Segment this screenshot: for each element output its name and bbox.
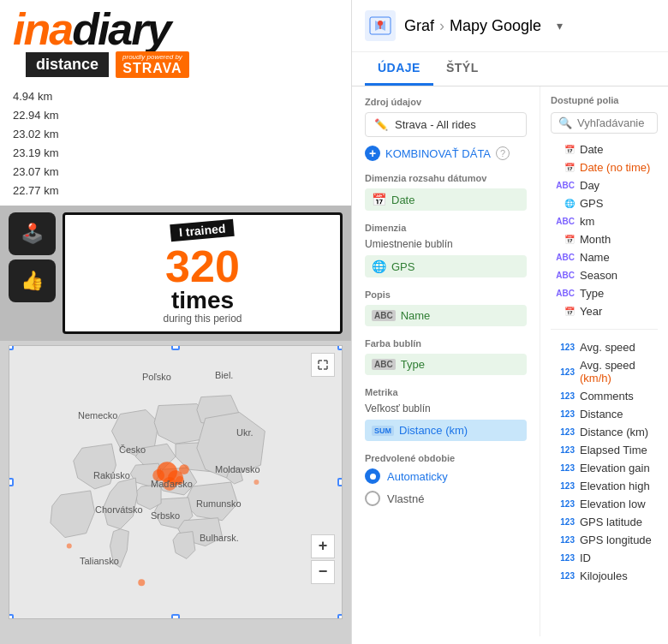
map-area[interactable]: Poľsko Biel. Nemecko Ukr. Česko Moldavsk… bbox=[9, 345, 343, 619]
field-type-num: 123 bbox=[551, 343, 575, 352]
distance-item: 23.02 km bbox=[13, 125, 338, 144]
field-row-avg-speed[interactable]: 123 Avg. speed bbox=[551, 338, 658, 356]
sum-icon: SUM bbox=[372, 426, 394, 436]
custom-option[interactable]: Vlastné bbox=[365, 491, 527, 506]
field-name-gps-lon: GPS longitude bbox=[580, 534, 652, 546]
field-row-gps-lat[interactable]: 123 GPS latitude bbox=[551, 513, 658, 531]
selection-corner-tm[interactable] bbox=[171, 345, 180, 350]
radio-auto-icon bbox=[365, 468, 380, 484]
field-name-type: Type bbox=[580, 287, 604, 300]
expand-button[interactable] bbox=[311, 353, 335, 377]
field-name-elevation-low: Elevation low bbox=[580, 498, 646, 510]
field-row-elapsed-time[interactable]: 123 Elapsed Time bbox=[551, 441, 658, 459]
selection-corner-mr[interactable] bbox=[337, 478, 343, 486]
field-row-type[interactable]: ABC Type bbox=[551, 284, 658, 302]
powered-by: proudly powered by bbox=[122, 53, 182, 61]
map-label-serbia: Srbsko bbox=[151, 510, 180, 521]
divider bbox=[551, 329, 658, 330]
field-row-comments[interactable]: 123 Comments bbox=[551, 387, 658, 405]
selection-corner-bl[interactable] bbox=[9, 614, 14, 619]
question-icon: ? bbox=[496, 146, 510, 160]
field-row-date-no-time[interactable]: 📅 Date (no time) bbox=[551, 158, 658, 176]
auto-option[interactable]: Automaticky bbox=[365, 468, 527, 484]
source-text: Strava - All rides bbox=[395, 118, 476, 131]
field-row-distance[interactable]: 123 Distance bbox=[551, 405, 658, 423]
metric-section: Metrika Veľkosť bublín SUM Distance (km) bbox=[365, 387, 527, 441]
field-row-kilojoules[interactable]: 123 Kilojoules bbox=[551, 567, 658, 585]
field-row-month[interactable]: 📅 Month bbox=[551, 230, 658, 248]
map-thumbnail-icon bbox=[365, 10, 396, 41]
distance-item: 23.07 km bbox=[13, 163, 338, 182]
combine-button[interactable]: + KOMBINOVAŤ DÁTA ? bbox=[365, 146, 527, 161]
map-label-italy: Taliansko bbox=[80, 556, 119, 566]
speedometer-icon: 🕹️ bbox=[9, 212, 56, 255]
field-row-gps[interactable]: 🌐 GPS bbox=[551, 194, 658, 212]
field-type-cal-month: 📅 bbox=[551, 235, 575, 244]
right-header: Graf › Mapy Google ▾ bbox=[352, 0, 668, 52]
selection-corner-tl[interactable] bbox=[9, 345, 14, 350]
zoom-out-button[interactable]: − bbox=[311, 560, 335, 584]
bubble-color-label: Farba bublín bbox=[365, 338, 527, 349]
field-row-name[interactable]: ABC Name bbox=[551, 248, 658, 266]
auto-label: Automaticky bbox=[387, 470, 448, 483]
field-name-month: Month bbox=[580, 233, 611, 246]
combine-label: KOMBINOVAŤ DÁTA bbox=[385, 147, 491, 160]
field-type-num: 123 bbox=[551, 481, 575, 491]
selection-corner-bm[interactable] bbox=[171, 614, 180, 619]
breadcrumb-dropdown[interactable]: ▾ bbox=[557, 19, 563, 33]
globe-chip-icon: 🌐 bbox=[372, 259, 386, 273]
date-chip[interactable]: 📅 Date bbox=[365, 188, 527, 211]
distance-chip-text: Distance (km) bbox=[399, 424, 468, 437]
distance-item: 22.94 km bbox=[13, 106, 338, 125]
period-section: Predvolené obdobie Automaticky Vlastné bbox=[365, 453, 527, 506]
field-name-km: km bbox=[580, 215, 594, 228]
field-type-abc-season: ABC bbox=[551, 271, 575, 280]
field-type-abc-name: ABC bbox=[551, 253, 575, 262]
name-chip[interactable]: ABC Name bbox=[365, 305, 527, 326]
distance-item: 23.19 km bbox=[13, 144, 338, 163]
field-row-year[interactable]: 📅 Year bbox=[551, 302, 658, 320]
field-row-elevation-high[interactable]: 123 Elevation high bbox=[551, 477, 658, 495]
distance-chip[interactable]: SUM Distance (km) bbox=[365, 420, 527, 441]
tab-bar: ÚDAJE ŠTÝL bbox=[352, 52, 668, 86]
pencil-icon: ✏️ bbox=[374, 118, 388, 131]
field-name-distance: Distance bbox=[580, 408, 623, 420]
selection-corner-br[interactable] bbox=[337, 614, 343, 619]
search-input[interactable] bbox=[577, 116, 650, 129]
field-row-elevation-gain[interactable]: 123 Elevation gain bbox=[551, 459, 658, 477]
left-panel: inadiary distance proudly powered by STR… bbox=[0, 0, 351, 644]
gps-chip[interactable]: 🌐 GPS bbox=[365, 255, 527, 277]
field-name-name: Name bbox=[580, 251, 610, 264]
bubble-location-label: Umiestnenie bublín bbox=[365, 238, 527, 250]
dimension-section: Dimenzia Umiestnenie bublín 🌐 GPS bbox=[365, 223, 527, 277]
field-row-day[interactable]: ABC Day bbox=[551, 176, 658, 194]
field-row-km[interactable]: ABC km bbox=[551, 212, 658, 230]
trained-box: I trained 320 times during this period bbox=[63, 212, 343, 334]
field-row-avg-speed-kmh[interactable]: 123 Avg. speed (km/h) bbox=[551, 356, 658, 387]
selection-corner-ml[interactable] bbox=[9, 478, 14, 486]
field-type-cal: 📅 bbox=[551, 145, 575, 154]
left-column: Zdroj údajov ✏️ Strava - All rides + KOM… bbox=[352, 86, 540, 636]
field-name: Date bbox=[580, 143, 603, 156]
logo-ina: ina bbox=[13, 7, 72, 51]
map-label-croatia: Chorvátsko bbox=[95, 504, 143, 515]
field-row-season[interactable]: ABC Season bbox=[551, 266, 658, 284]
type-chip[interactable]: ABC Type bbox=[365, 354, 527, 375]
field-type-num: 123 bbox=[551, 499, 575, 509]
field-row-distance-km[interactable]: 123 Distance (km) bbox=[551, 423, 658, 441]
field-type-num: 123 bbox=[551, 445, 575, 455]
type-chip-text: Type bbox=[401, 358, 425, 371]
selection-corner-tr[interactable] bbox=[337, 345, 343, 350]
tab-styl[interactable]: ŠTÝL bbox=[433, 52, 492, 86]
source-button[interactable]: ✏️ Strava - All rides bbox=[365, 112, 527, 137]
icon-column: 🕹️ 👍 bbox=[9, 212, 56, 302]
breadcrumb-item1: Graf bbox=[404, 17, 434, 35]
gps-chip-text: GPS bbox=[391, 260, 415, 273]
field-name-gps: GPS bbox=[580, 197, 603, 210]
zoom-in-button[interactable]: + bbox=[311, 534, 335, 558]
field-row-elevation-low[interactable]: 123 Elevation low bbox=[551, 495, 658, 513]
field-row-id[interactable]: 123 ID bbox=[551, 549, 658, 567]
tab-udaje[interactable]: ÚDAJE bbox=[365, 52, 433, 86]
field-row-gps-lon[interactable]: 123 GPS longitude bbox=[551, 531, 658, 549]
field-row-date[interactable]: 📅 Date bbox=[551, 140, 658, 158]
